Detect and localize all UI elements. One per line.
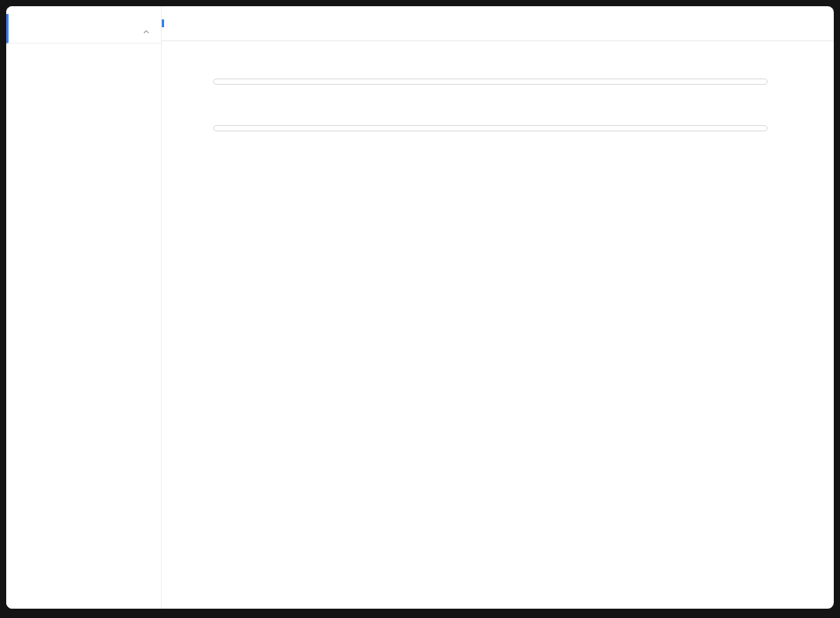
chart-head bbox=[174, 102, 834, 122]
connection-chart-block bbox=[174, 102, 834, 131]
datazoom-slider[interactable] bbox=[213, 79, 768, 85]
window-frame bbox=[0, 0, 840, 618]
sidebar bbox=[6, 6, 162, 609]
content bbox=[162, 41, 834, 148]
page-header bbox=[162, 6, 834, 41]
page-title bbox=[162, 19, 173, 27]
time-consumption-chart-block bbox=[174, 55, 834, 85]
datazoom-slider[interactable] bbox=[213, 125, 768, 131]
main-area bbox=[162, 6, 834, 609]
app bbox=[6, 6, 834, 609]
sidebar-group-database-profile[interactable] bbox=[6, 14, 161, 44]
chevron-up-icon[interactable] bbox=[142, 25, 150, 33]
chart-head bbox=[174, 55, 834, 75]
